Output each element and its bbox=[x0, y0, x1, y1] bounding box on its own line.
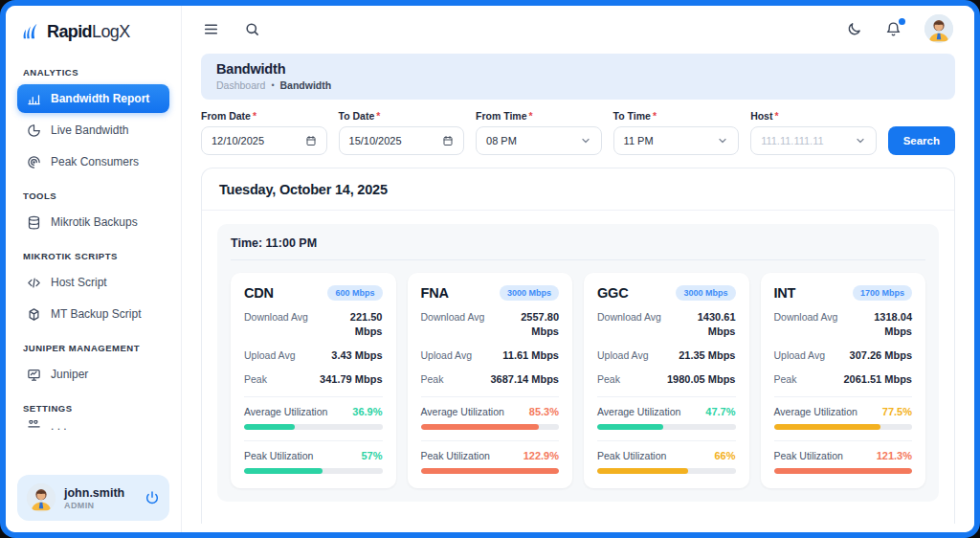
sidebar-item-label: Bandwidth Report bbox=[51, 92, 149, 105]
user-avatar bbox=[27, 483, 56, 512]
topbar-avatar[interactable] bbox=[924, 14, 953, 43]
upload-avg-value: 11.61 Mbps bbox=[502, 348, 559, 363]
brand-name: RapidLogX bbox=[47, 22, 130, 42]
search-icon bbox=[244, 21, 260, 37]
download-avg-value: 1430.61 Mbps bbox=[680, 310, 736, 339]
chevron-down-icon bbox=[580, 135, 591, 146]
peak-utilization-bar bbox=[597, 468, 736, 474]
to-date-input[interactable]: 15/10/2025 bbox=[339, 126, 465, 155]
from-date-label: From Date bbox=[201, 110, 251, 122]
from-date-field: From Date* 12/10/2025 bbox=[201, 110, 327, 155]
code-icon bbox=[27, 276, 41, 290]
section-tools: TOOLS bbox=[23, 191, 164, 201]
unit-name: INT bbox=[774, 285, 796, 301]
unit-name: CDN bbox=[244, 285, 274, 301]
sidebar-item-label: Live Bandwidth bbox=[51, 123, 128, 137]
logout-button[interactable] bbox=[145, 490, 160, 505]
sidebar-item-label: Mikrotik Backups bbox=[51, 215, 138, 229]
page-banner: Bandwidth Dashboard • Bandwidth bbox=[201, 54, 955, 100]
sidebar-item-label: Peak Consumers bbox=[51, 155, 139, 168]
sidebar-item-settings-clipped[interactable]: . . . bbox=[17, 420, 169, 431]
section-juniper-management: JUNIPER MANAGEMENT bbox=[23, 343, 164, 353]
peak-utilization-value: 121.3% bbox=[877, 450, 912, 461]
unit-card-cdn: CDN600 Mbps Download Avg221.50 Mbps Uplo… bbox=[231, 273, 396, 488]
pie-chart-icon bbox=[27, 123, 41, 138]
chevron-down-icon bbox=[717, 135, 728, 146]
menu-button[interactable] bbox=[203, 21, 219, 37]
brand-logo: RapidLogX bbox=[17, 21, 169, 42]
sidebar-item-mt-backup-script[interactable]: MT Backup Script bbox=[17, 300, 169, 328]
required-marker: * bbox=[774, 110, 778, 122]
peak-utilization-bar bbox=[421, 468, 560, 474]
download-avg-value: 2557.80 Mbps bbox=[503, 310, 559, 339]
breadcrumb-root[interactable]: Dashboard bbox=[216, 79, 265, 91]
unit-cards: CDN600 Mbps Download Avg221.50 Mbps Uplo… bbox=[231, 273, 925, 488]
avg-utilization-value: 36.9% bbox=[352, 406, 382, 417]
host-field: Host* bbox=[750, 110, 877, 155]
calendar-icon bbox=[305, 135, 317, 146]
page-title: Bandwidth bbox=[216, 61, 940, 77]
from-date-input[interactable]: 12/10/2025 bbox=[201, 126, 327, 155]
upload-avg-value: 3.43 Mbps bbox=[331, 348, 382, 363]
avg-utilization-bar bbox=[597, 424, 736, 430]
cube-icon bbox=[27, 307, 41, 322]
from-time-select[interactable]: 08 PM bbox=[476, 126, 602, 155]
report-card: Tuesday, October 14, 2025 Time: 11:00 PM… bbox=[201, 168, 955, 524]
monitor-chart-icon bbox=[27, 368, 41, 382]
report-date-title: Tuesday, October 14, 2025 bbox=[202, 168, 954, 211]
avg-utilization-bar bbox=[421, 424, 560, 430]
user-profile-card[interactable]: john.smith ADMIN bbox=[17, 475, 169, 521]
unit-name: GGC bbox=[597, 285, 628, 301]
sidebar-item-juniper[interactable]: Juniper bbox=[17, 360, 169, 389]
avg-utilization-bar bbox=[244, 424, 383, 430]
peak-utilization-value: 122.9% bbox=[523, 450, 559, 461]
dark-mode-toggle[interactable] bbox=[846, 21, 862, 37]
user-role: ADMIN bbox=[64, 501, 136, 510]
avg-utilization-value: 77.5% bbox=[882, 406, 912, 417]
host-select[interactable] bbox=[750, 126, 877, 155]
to-time-select[interactable]: 11 PM bbox=[613, 126, 740, 155]
to-time-label: To Time bbox=[613, 110, 651, 122]
content: Bandwidth Dashboard • Bandwidth From Dat… bbox=[182, 52, 974, 532]
unit-card-ggc: GGC3000 Mbps Download Avg1430.61 Mbps Up… bbox=[584, 273, 749, 488]
host-input[interactable] bbox=[761, 135, 855, 146]
peak-utilization-bar bbox=[774, 468, 913, 474]
search-submit-button[interactable]: Search bbox=[888, 126, 955, 155]
unit-card-int: INT1700 Mbps Download Avg1318.04 Mbps Up… bbox=[761, 273, 926, 488]
sidebar-item-host-script[interactable]: Host Script bbox=[17, 268, 169, 297]
unit-card-fna: FNA3000 Mbps Download Avg2557.80 Mbps Up… bbox=[408, 273, 573, 488]
required-marker: * bbox=[653, 110, 657, 122]
breadcrumb-current: Bandwidth bbox=[280, 79, 332, 91]
peak-value: 1980.05 Mbps bbox=[667, 372, 736, 387]
bar-chart-icon bbox=[27, 92, 41, 106]
moon-icon bbox=[846, 21, 862, 37]
notification-dot bbox=[899, 18, 905, 25]
search-button[interactable] bbox=[244, 21, 260, 37]
avg-utilization-bar bbox=[774, 424, 913, 430]
peak-utilization-value: 66% bbox=[714, 450, 735, 461]
topbar bbox=[182, 6, 974, 52]
avg-utilization-value: 47.7% bbox=[705, 406, 735, 417]
sidebar-item-mikrotik-backups[interactable]: Mikrotik Backups bbox=[17, 208, 169, 236]
host-label: Host bbox=[750, 110, 772, 122]
required-marker: * bbox=[376, 110, 380, 122]
peak-value: 3687.14 Mbps bbox=[490, 372, 559, 387]
peak-value: 2061.51 Mbps bbox=[843, 372, 912, 387]
section-mikrotik-scripts: MIKROTIK SCRIPTS bbox=[23, 251, 164, 261]
upload-avg-value: 21.35 Mbps bbox=[679, 348, 735, 363]
app-frame: RapidLogX ANALYTICS Bandwidth Report Liv… bbox=[0, 0, 980, 538]
calendar-icon bbox=[442, 135, 454, 146]
breadcrumb-separator: • bbox=[271, 80, 274, 90]
filter-bar: From Date* 12/10/2025 To Date* 15/10/202… bbox=[201, 110, 955, 155]
download-avg-value: 1318.04 Mbps bbox=[857, 310, 912, 339]
sidebar-item-live-bandwidth[interactable]: Live Bandwidth bbox=[17, 116, 169, 145]
notifications-button[interactable] bbox=[885, 21, 902, 37]
sidebar-item-peak-consumers[interactable]: Peak Consumers bbox=[17, 147, 169, 176]
sliders-icon bbox=[27, 420, 41, 431]
download-avg-value: 221.50 Mbps bbox=[327, 310, 383, 339]
capacity-badge: 1700 Mbps bbox=[853, 285, 912, 301]
required-marker: * bbox=[529, 110, 533, 122]
sidebar-item-bandwidth-report[interactable]: Bandwidth Report bbox=[17, 84, 169, 113]
to-date-field: To Date* 15/10/2025 bbox=[339, 110, 465, 155]
main-area: Bandwidth Dashboard • Bandwidth From Dat… bbox=[182, 6, 974, 532]
